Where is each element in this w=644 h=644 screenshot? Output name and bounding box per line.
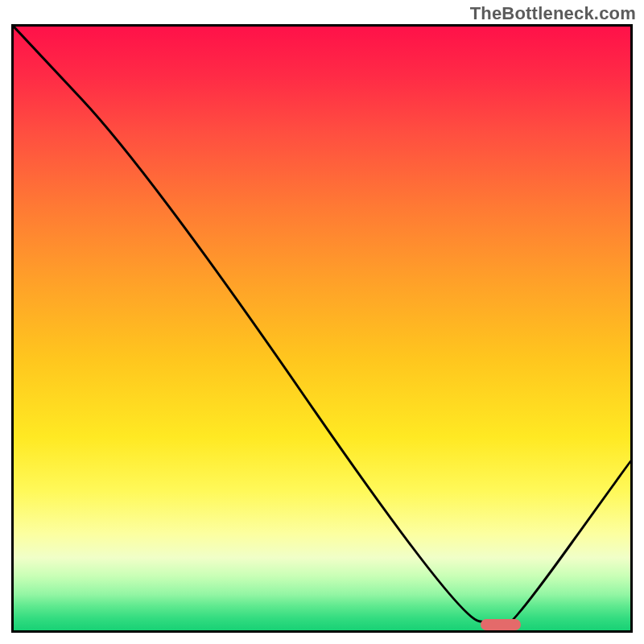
watermark-text: TheBottleneck.com xyxy=(470,3,636,24)
minimum-marker xyxy=(481,619,521,630)
bottleneck-curve xyxy=(14,27,630,630)
chart-frame: TheBottleneck.com xyxy=(0,0,644,644)
plot-area xyxy=(11,24,633,633)
